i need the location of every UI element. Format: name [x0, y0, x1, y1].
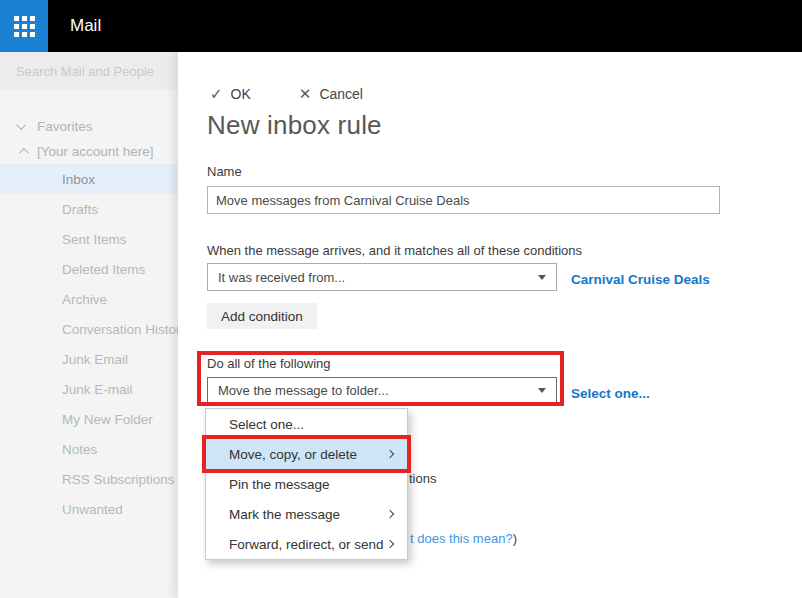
obscured-text-fragment: tions — [409, 471, 436, 486]
search-bar — [0, 52, 178, 90]
checkmark-icon: ✓ — [210, 85, 223, 103]
ok-button[interactable]: ✓ OK — [210, 85, 251, 103]
action-dropdown-menu: Select one... Move, copy, or delete Pin … — [205, 408, 408, 560]
top-bar: Mail — [0, 0, 802, 52]
sidebar-folder-item[interactable]: Conversation History — [0, 314, 178, 344]
close-icon: ✕ — [299, 85, 312, 103]
sidebar-folder-label: Unwanted — [62, 502, 123, 517]
menu-item-label: Pin the message — [229, 477, 387, 492]
conditions-label: When the message arrives, and it matches… — [207, 243, 582, 258]
menu-item[interactable]: Mark the message — [206, 499, 407, 529]
sidebar-folder-label: My New Folder — [62, 412, 153, 427]
sidebar-folder-label: Drafts — [62, 202, 98, 217]
what-does-this-mean-link[interactable]: t does this mean? — [410, 531, 513, 546]
sidebar-folder-label: Deleted Items — [62, 262, 145, 277]
cancel-button[interactable]: ✕ Cancel — [299, 85, 363, 103]
menu-item-list: Select one... Move, copy, or delete Pin … — [206, 409, 407, 559]
dropdown-caret-icon — [538, 388, 546, 393]
chevron-up-icon — [19, 148, 29, 158]
sidebar-folder-label: Inbox — [62, 172, 95, 187]
sidebar-folder-label: Conversation History — [62, 322, 178, 337]
sidebar-folder-label: Notes — [62, 442, 97, 457]
sidebar-folder-label: Sent Items — [62, 232, 127, 247]
menu-item[interactable]: Pin the message — [206, 469, 407, 499]
sidebar-group-label: [Your account here] — [37, 144, 154, 159]
menu-item[interactable]: Select one... — [206, 409, 407, 439]
menu-item-label: Select one... — [229, 417, 387, 432]
action-value-link[interactable]: Select one... — [571, 386, 650, 401]
sidebar-folder-item[interactable]: Deleted Items — [0, 254, 178, 284]
menu-item[interactable]: Move, copy, or delete — [206, 439, 407, 469]
name-label: Name — [207, 164, 242, 179]
submenu-chevron-icon — [386, 540, 394, 548]
sidebar-group-account[interactable]: [Your account here] — [0, 139, 178, 164]
menu-item[interactable]: Forward, redirect, or send — [206, 529, 407, 559]
actions-label: Do all of the following — [207, 356, 331, 371]
menu-item-label: Mark the message — [229, 507, 387, 522]
new-inbox-rule-panel: ✓ OK ✕ Cancel New inbox rule Name When t… — [178, 52, 802, 598]
rule-toolbar: ✓ OK ✕ Cancel — [210, 85, 411, 103]
sidebar-folder-label: RSS Subscriptions — [62, 472, 175, 487]
submenu-chevron-icon — [386, 510, 394, 518]
add-condition-button[interactable]: Add condition — [207, 303, 317, 329]
sidebar-folder-item[interactable]: Junk E-mail — [0, 374, 178, 404]
dropdown-caret-icon — [538, 275, 546, 280]
app-title: Mail — [70, 16, 101, 36]
sidebar-folder-label: Archive — [62, 292, 107, 307]
submenu-chevron-icon — [386, 450, 394, 458]
sidebar-folder-label: Junk Email — [62, 352, 128, 367]
folder-list: Inbox Drafts Sent Items Deleted Items Ar… — [0, 164, 178, 524]
sidebar-folder-item[interactable]: Sent Items — [0, 224, 178, 254]
sidebar-folder-item[interactable]: RSS Subscriptions — [0, 464, 178, 494]
app-grid-icon — [14, 16, 35, 37]
menu-item-label: Forward, redirect, or send — [229, 537, 387, 552]
sidebar-folder-item[interactable]: Unwanted — [0, 494, 178, 524]
sidebar-folder-item[interactable]: Junk Email — [0, 344, 178, 374]
sidebar-folder-item[interactable]: Archive — [0, 284, 178, 314]
folder-sidebar: Favorites [Your account here] Inbox Draf… — [0, 52, 178, 598]
search-input[interactable] — [0, 64, 160, 79]
action-select[interactable]: Move the message to folder... — [207, 377, 557, 404]
page-title: New inbox rule — [207, 110, 382, 141]
sidebar-folder-item[interactable]: Inbox — [0, 164, 178, 194]
app-launcher-button[interactable] — [0, 0, 48, 52]
condition-value-link[interactable]: Carnival Cruise Deals — [571, 272, 710, 287]
sidebar-folder-label: Junk E-mail — [62, 382, 133, 397]
condition-select[interactable]: It was received from... — [207, 263, 557, 291]
folder-nav: Favorites [Your account here] Inbox Draf… — [0, 90, 178, 524]
sidebar-group-label: Favorites — [37, 119, 93, 134]
menu-item-label: Move, copy, or delete — [229, 447, 387, 462]
sidebar-folder-item[interactable]: Notes — [0, 434, 178, 464]
sidebar-folder-item[interactable]: Drafts — [0, 194, 178, 224]
sidebar-folder-item[interactable]: My New Folder — [0, 404, 178, 434]
sidebar-group-favorites[interactable]: Favorites — [0, 114, 178, 139]
obscured-link-fragment: t does this mean?) — [410, 531, 517, 546]
rule-name-input[interactable] — [207, 186, 720, 214]
chevron-down-icon — [16, 120, 26, 130]
